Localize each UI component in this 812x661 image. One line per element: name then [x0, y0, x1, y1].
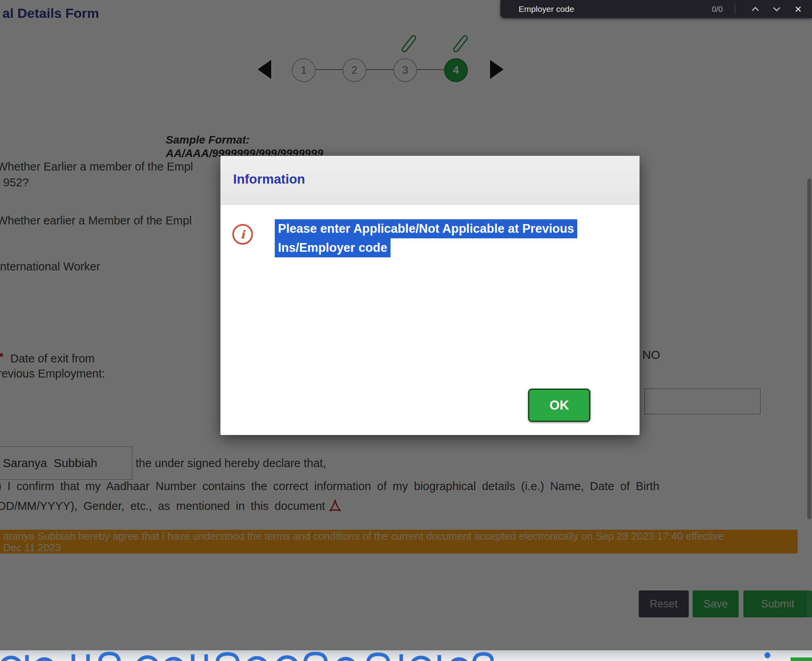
dialog-message-line2: Ins/Employer code [275, 238, 391, 257]
bottom-headline-band [0, 650, 812, 661]
information-dialog: Information i Please enter Applicable/No… [220, 156, 640, 435]
find-query-text[interactable]: Employer code [519, 4, 574, 14]
find-next-button[interactable] [766, 0, 787, 18]
info-icon-glyph: i [241, 228, 245, 241]
browser-find-bar: Employer code 0/0 × [500, 0, 812, 18]
dialog-message: Please enter Applicable/Not Applicable a… [275, 219, 577, 257]
dialog-title: Information [233, 172, 305, 187]
find-previous-button[interactable] [745, 0, 766, 18]
screen: al Details Form 1 2 3 4 [0, 0, 812, 661]
close-icon: × [795, 3, 802, 15]
ok-button[interactable]: OK [528, 389, 590, 422]
green-widget-sliver [791, 657, 812, 661]
find-match-count: 0/0 [712, 5, 723, 14]
tamil-text-art [0, 650, 494, 661]
chevron-down-icon [773, 7, 781, 11]
dialog-message-line1: Please enter Applicable/Not Applicable a… [275, 219, 577, 238]
blue-dot-decoration [764, 652, 770, 658]
find-close-button[interactable]: × [787, 0, 809, 18]
find-bar-separator [735, 4, 735, 15]
info-circle-icon: i [232, 224, 253, 245]
dialog-header: Information [220, 156, 640, 205]
chevron-up-icon [751, 7, 759, 11]
